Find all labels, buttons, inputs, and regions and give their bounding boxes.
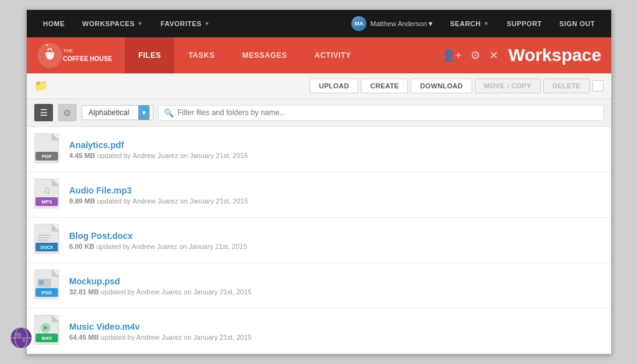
nav-search[interactable]: SEARCH ▼ <box>441 10 498 37</box>
tab-activity[interactable]: ACTIVITY <box>301 37 365 73</box>
file-name: Music Video.m4v <box>69 322 604 332</box>
svg-text:M4V: M4V <box>42 335 52 341</box>
chevron-down-icon: ▼ <box>204 21 210 27</box>
file-icon-wrap: PSD <box>34 269 62 302</box>
move-copy-button[interactable]: MOVE / COPY <box>475 78 541 93</box>
nav-support[interactable]: SUPPORT <box>498 10 551 37</box>
sub-nav: THE COFFEE HOUSE FILES TASKS MESSAGES AC… <box>27 37 611 73</box>
file-info: Music Video.m4v 64.45 MB updated by Andr… <box>69 322 604 341</box>
view-controls: ☰ ⊙ Alphabetical Date Modified File Size… <box>27 99 611 127</box>
file-meta: 6.00 KB updated by Andrew Juarez on Janu… <box>69 243 604 250</box>
file-name: Blog Post.docx <box>69 231 604 241</box>
list-item[interactable]: DOCX Blog Post.docx 6.00 KB updated by A… <box>27 218 611 263</box>
list-view-button[interactable]: ☰ <box>34 104 53 121</box>
tab-messages[interactable]: MESSAGES <box>229 37 301 73</box>
nav-favorites[interactable]: FAVORITES ▼ <box>152 10 219 37</box>
file-meta: 64.45 MB updated by Andrew Juarez on Jan… <box>69 334 604 341</box>
upload-button[interactable]: UPLOAD <box>310 78 358 93</box>
sub-nav-icons: 👤+ ⚙ ✕ <box>442 49 499 62</box>
file-info: Mockup.psd 32.81 MB updated by Andrew Ju… <box>69 276 604 296</box>
file-icon-wrap: MP3 ♫ <box>34 179 62 211</box>
toolbar-left: 📁 <box>34 79 48 93</box>
logo: THE COFFEE HOUSE <box>37 42 112 68</box>
file-search-wrap: 🔍 <box>158 105 604 121</box>
svg-text:PSD: PSD <box>42 290 52 296</box>
toolbar-right: UPLOAD CREATE DOWNLOAD MOVE / COPY DELET… <box>310 78 604 93</box>
user-menu[interactable]: MA Matthew Anderson ▼ <box>344 16 441 31</box>
svg-rect-27 <box>39 280 44 285</box>
chevron-down-icon: ▼ <box>427 20 434 27</box>
grid-view-button[interactable]: ⊙ <box>58 104 77 121</box>
logo-icon <box>37 42 63 68</box>
sort-select[interactable]: Alphabetical Date Modified File Size Fil… <box>82 105 153 120</box>
close-icon[interactable]: ✕ <box>489 49 498 62</box>
svg-text:MP3: MP3 <box>42 199 52 205</box>
file-search-input[interactable] <box>178 108 598 117</box>
top-nav-right: MA Matthew Anderson ▼ SEARCH ▼ SUPPORT S… <box>344 10 604 37</box>
file-meta: 9.89 MB updated by Andrew Juarez on Janu… <box>69 197 604 205</box>
select-all-checkbox[interactable] <box>593 80 604 91</box>
file-icon-wrap: M4V <box>34 315 62 347</box>
tab-files[interactable]: FILES <box>125 37 175 73</box>
file-icon-wrap: DOCX <box>34 224 62 256</box>
chevron-down-icon: ▼ <box>137 21 143 27</box>
sub-nav-tabs: FILES TASKS MESSAGES ACTIVITY <box>125 37 364 73</box>
list-item[interactable]: PSD Mockup.psd 32.81 MB updated by Andre… <box>27 263 611 309</box>
nav-workspaces[interactable]: WORKSPACES ▼ <box>74 10 152 37</box>
file-name: Mockup.psd <box>69 276 604 286</box>
avatar: MA <box>351 16 366 31</box>
download-button[interactable]: DOWNLOAD <box>411 78 472 93</box>
file-icon-wrap: PDF <box>34 133 62 166</box>
add-user-icon[interactable]: 👤+ <box>442 49 462 62</box>
toolbar: 📁 UPLOAD CREATE DOWNLOAD MOVE / COPY DEL… <box>27 73 611 99</box>
nav-home[interactable]: HOME <box>34 10 74 37</box>
file-name: Analytics.pdf <box>69 140 604 150</box>
list-item[interactable]: M4V Music Video.m4v 64.45 MB updated by … <box>27 309 611 354</box>
svg-text:♫: ♫ <box>43 185 50 195</box>
chevron-down-icon: ▼ <box>483 21 489 27</box>
file-info: Blog Post.docx 6.00 KB updated by Andrew… <box>69 231 604 250</box>
sort-select-wrap: Alphabetical Date Modified File Size Fil… <box>82 105 153 120</box>
folder-icon[interactable]: 📁 <box>34 79 48 93</box>
list-item[interactable]: PDF Analytics.pdf 4.45 MB updated by And… <box>27 127 611 172</box>
file-meta: 32.81 MB updated by Andrew Juarez on Jan… <box>69 288 604 296</box>
svg-text:DOCX: DOCX <box>40 245 54 250</box>
top-nav: HOME WORKSPACES ▼ FAVORITES ▼ MA Matthew… <box>27 10 611 37</box>
create-button[interactable]: CREATE <box>361 78 408 93</box>
settings-icon[interactable]: ⚙ <box>470 49 480 62</box>
delete-button[interactable]: DELETE <box>543 78 590 93</box>
file-info: Audio File.mp3 9.89 MB updated by Andrew… <box>69 185 604 205</box>
svg-text:PDF: PDF <box>42 154 52 159</box>
file-meta: 4.45 MB updated by Andrew Juarez on Janu… <box>69 152 604 159</box>
search-icon: 🔍 <box>164 108 174 118</box>
tab-tasks[interactable]: TASKS <box>174 37 228 73</box>
file-name: Audio File.mp3 <box>69 185 604 195</box>
list-item[interactable]: MP3 ♫ Audio File.mp3 9.89 MB updated by … <box>27 172 611 218</box>
workspace-title: Workspace <box>508 45 601 65</box>
file-list: PDF Analytics.pdf 4.45 MB updated by And… <box>27 127 611 354</box>
top-nav-left: HOME WORKSPACES ▼ FAVORITES ▼ <box>34 10 219 37</box>
nav-sign-out[interactable]: SIGN OUT <box>551 10 604 37</box>
file-info: Analytics.pdf 4.45 MB updated by Andrew … <box>69 140 604 159</box>
globe-icon <box>10 327 32 352</box>
